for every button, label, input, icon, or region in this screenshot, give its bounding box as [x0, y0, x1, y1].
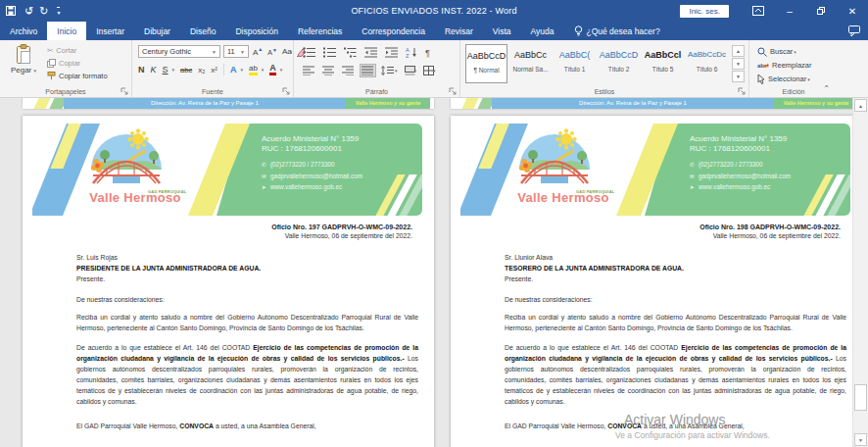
collapse-ribbon-icon[interactable]: ⌃: [823, 84, 830, 93]
addressee-presente: Presente.: [76, 273, 434, 284]
select-button[interactable]: Seleccionar▾: [757, 73, 811, 86]
font-dialog-launcher-icon[interactable]: [282, 87, 290, 95]
align-center-icon[interactable]: [321, 65, 336, 76]
sort-icon[interactable]: AZ: [405, 46, 419, 59]
styles-scroll-down-icon[interactable]: ▼: [732, 58, 745, 70]
find-button[interactable]: Buscar▾: [757, 45, 811, 59]
phone-icon: ✆: [262, 160, 270, 170]
previous-page-footer: Dirección: Av. Reina de la Paz y Pasaje …: [23, 98, 434, 109]
minimize-button[interactable]: –: [774, 0, 805, 22]
decrease-indent-icon[interactable]: [363, 46, 379, 59]
shading-icon[interactable]: ▾: [404, 65, 418, 76]
replace-button[interactable]: ab⇄Reemplazar: [757, 59, 811, 73]
restore-button[interactable]: [805, 0, 837, 22]
group-label-parrafo: Párrafo: [294, 88, 459, 95]
highlight-dropdown-icon[interactable]: ▾: [262, 67, 265, 73]
group-portapapeles: Pegar ▾ ✂Cortar Copiar Copiar formato Po…: [0, 40, 132, 97]
group-label-estilos: Estilos: [460, 88, 748, 95]
paste-label: Pegar: [11, 66, 31, 74]
tell-me-box[interactable]: ¿Qué desea hacer?: [564, 22, 670, 40]
document-page-197[interactable]: Valle Hermoso GAD PARROQUIAL Acuerdo Min…: [23, 116, 434, 447]
cursor-icon: ➤: [690, 182, 699, 192]
scroll-down-icon[interactable]: ▼: [854, 433, 867, 446]
styles-dialog-launcher-icon[interactable]: [738, 87, 746, 95]
strikethrough-button[interactable]: abc: [180, 66, 192, 74]
font-color-button[interactable]: A: [269, 64, 276, 75]
font-size-combo[interactable]: 11▼: [223, 45, 249, 58]
word-window: ↺▾ ↻ ▾ OFICIOS ENVIADOS INST. 2022 - Wor…: [0, 0, 868, 447]
subscript-button[interactable]: x₂: [198, 66, 205, 74]
tab-dibujar[interactable]: Dibujar: [134, 22, 180, 40]
footer-slogan-bar: Valle Hermoso y su gente: [774, 98, 858, 109]
tab-correspondencia[interactable]: Correspondencia: [352, 22, 435, 40]
sign-in-button[interactable]: Inic. ses.: [680, 5, 729, 18]
font-name-combo[interactable]: Century Gothic▼: [138, 45, 220, 58]
valle-hermoso-logo: [83, 124, 169, 189]
addressee-block: Sr. Llunior Alava TESORERO DE LA JUNTA A…: [451, 252, 862, 285]
highlight-color-button[interactable]: ab: [249, 65, 258, 75]
align-right-icon[interactable]: [341, 65, 356, 76]
addressee-title: TESORERO DE LA JUNTA ADMINISTRADORA DE A…: [505, 263, 862, 273]
comments-icon[interactable]: [848, 25, 860, 36]
paste-dropdown-icon[interactable]: ▾: [34, 68, 37, 74]
change-case-button[interactable]: Aa▾: [281, 47, 293, 56]
style-titulo-6[interactable]: AaBbCcDcTítulo 6: [686, 44, 728, 83]
tab-revisar[interactable]: Revisar: [435, 22, 483, 40]
acuerdo-ministerial: Acuerdo Ministerial N° 1359: [262, 134, 422, 143]
copy-button[interactable]: Copiar: [47, 57, 108, 70]
increase-indent-icon[interactable]: [384, 46, 400, 59]
document-canvas[interactable]: Dirección: Av. Reina de la Paz y Pasaje …: [0, 98, 868, 447]
acuerdo-ministerial: Acuerdo Ministerial N° 1359: [690, 134, 850, 143]
tab-archivo[interactable]: Archivo: [0, 22, 47, 40]
brand-subtitle: GAD PARROQUIAL: [576, 189, 614, 194]
vertical-scrollbar[interactable]: ▲ ▼: [852, 98, 868, 447]
show-formatting-marks-icon[interactable]: ¶: [424, 47, 431, 59]
oficio-number: Oficio Nro. 198 GADPRVH-O-WMC-09-2022.: [451, 224, 862, 230]
multilevel-list-icon[interactable]: [343, 46, 359, 59]
style-titulo-2[interactable]: AaBbCcDTítulo 2: [598, 44, 640, 83]
previous-page-footer: Dirección: Av. Reina de la Paz y Pasaje …: [451, 98, 862, 109]
underline-button[interactable]: S: [163, 65, 169, 74]
paragraph-dialog-launcher-icon[interactable]: [449, 87, 457, 95]
styles-scroll-up-icon[interactable]: ▲: [732, 45, 745, 57]
tab-ayuda[interactable]: Ayuda: [521, 22, 564, 40]
bold-button[interactable]: N: [138, 65, 145, 74]
align-left-icon[interactable]: [302, 65, 316, 76]
format-painter-button[interactable]: Copiar formato: [47, 70, 108, 82]
tab-disposicion[interactable]: Disposición: [225, 22, 287, 40]
tab-inicio[interactable]: Inicio: [47, 22, 86, 40]
footer-address-bar: Dirección: Av. Reina de la Paz y Pasaje …: [492, 98, 774, 109]
italic-button[interactable]: K: [151, 65, 157, 74]
clipboard-dialog-launcher-icon[interactable]: [121, 87, 128, 95]
numbered-list-icon[interactable]: [322, 46, 338, 59]
font-color-dropdown-icon[interactable]: ▾: [280, 67, 283, 73]
close-button[interactable]: ✕: [837, 0, 868, 22]
footer-address-bar: Dirección: Av. Reina de la Paz y Pasaje …: [64, 98, 346, 109]
underline-dropdown-icon[interactable]: ▾: [172, 67, 175, 73]
style-titulo-1[interactable]: AaBbC(Título 1: [554, 44, 596, 83]
superscript-button[interactable]: x²: [211, 66, 217, 74]
ribbon-display-options-icon[interactable]: [743, 0, 774, 22]
addressee-title: PRESIDENTE DE LA JUNTA ADMINISTRADORA DE…: [76, 263, 434, 273]
text-effects-button[interactable]: A: [230, 65, 237, 74]
tab-insertar[interactable]: Insertar: [86, 22, 134, 40]
style-titulo-5[interactable]: AaBbCclTítulo 5: [642, 44, 684, 83]
text-effects-dropdown-icon[interactable]: ▾: [240, 67, 243, 73]
line-spacing-icon[interactable]: ▾: [380, 65, 399, 76]
tab-vista[interactable]: Vista: [483, 22, 521, 40]
justify-icon[interactable]: [361, 65, 375, 76]
style-normal-sa[interactable]: AaBbCcNormal Sa...: [509, 44, 552, 83]
scrollbar-thumb[interactable]: [854, 384, 867, 411]
cut-button[interactable]: ✂Cortar: [47, 44, 108, 57]
styles-more-icon[interactable]: ▼: [732, 71, 745, 82]
borders-icon[interactable]: ▾: [422, 65, 437, 76]
document-page-198[interactable]: Valle Hermoso GAD PARROQUIAL Acuerdo Min…: [451, 116, 862, 447]
grow-font-button[interactable]: A▲: [252, 46, 264, 57]
shrink-font-button[interactable]: A▼: [266, 47, 278, 56]
tab-referencias[interactable]: Referencias: [288, 22, 352, 40]
tab-diseno[interactable]: Diseño: [180, 22, 225, 40]
bullet-list-icon[interactable]: [302, 46, 317, 59]
scroll-up-icon[interactable]: ▲: [854, 99, 867, 112]
paste-button[interactable]: Pegar ▾: [6, 44, 41, 87]
style-normal[interactable]: AaBbCcD¶ Normal: [465, 44, 507, 83]
